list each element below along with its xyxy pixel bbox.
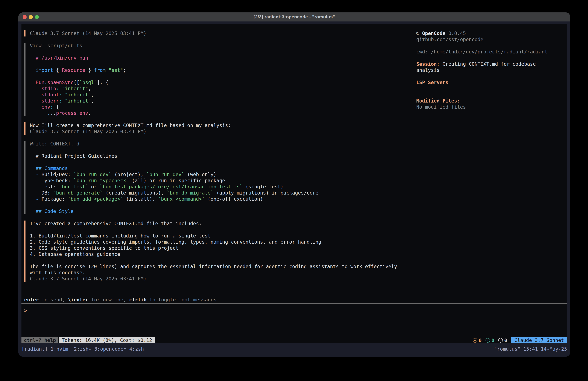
text-line: 3. CSS styling conventions specific to t… — [30, 245, 397, 251]
text-line — [30, 49, 397, 55]
prompt-indicator: > — [24, 308, 27, 313]
window-title: [2/3] radiant:3:opencode - "romulus" — [253, 14, 335, 20]
help-shortcut-chip: ctrl+? help — [21, 337, 58, 343]
warning-icon: w — [473, 338, 477, 343]
text-line: Write: CONTEXT.md — [30, 141, 397, 147]
text-line: import { Resource } from "sst"; — [30, 67, 397, 73]
info-count: i 0 — [485, 337, 494, 343]
text-line: ## Code Style — [30, 208, 397, 214]
text-line — [30, 257, 397, 264]
titlebar: [2/3] radiant:3:opencode - "romulus" — [18, 12, 570, 22]
text-line: - Build/Dev: `bun run dev` (project), `b… — [30, 171, 397, 178]
traffic-lights — [22, 12, 39, 22]
text-line — [30, 202, 397, 208]
minimize-button[interactable] — [29, 15, 33, 19]
text-line: stdin: "inherit", — [30, 86, 397, 92]
terminal-window: [2/3] radiant:3:opencode - "romulus" Cla… — [18, 12, 570, 357]
text-line: - Package: `bun add <package>` (install)… — [30, 196, 397, 202]
text-line: analysis — [416, 67, 547, 73]
text-line: cwd: /home/thdxr/dev/projects/radiant/ra… — [416, 49, 547, 55]
text-line: Claude 3.7 Sonnet (14 May 2025 03:41 PM) — [30, 30, 397, 37]
model-badge: Claude 3.7 Sonnet — [511, 337, 567, 343]
status-bar: ctrl+? help Tokens: 16.4K (8%), Cost: $0… — [21, 337, 567, 343]
text-line: - Test: `bun test` or `bun test packages… — [30, 184, 397, 190]
text-line — [30, 227, 397, 233]
tmux-window-list[interactable]: [radiant] 1:nvim 2:zsh- 3:opencode* 4:zs… — [21, 346, 144, 352]
text-line: - DB: `bun db generate` (create migratio… — [30, 190, 397, 196]
text-line: stdout: "inherit", — [30, 92, 397, 98]
text-line — [30, 147, 397, 153]
text-line: View: script/db.ts — [30, 43, 397, 49]
hint-count: h 0 — [498, 337, 507, 343]
diagnostics: w 0 i 0 h 0 — [473, 337, 507, 343]
text-line: Now I'll create a comprehensive CONTEXT.… — [30, 122, 397, 129]
text-line: Claude 3.7 Sonnet (14 May 2025 03:41 PM) — [30, 276, 397, 282]
chat-log: Claude 3.7 Sonnet (14 May 2025 03:41 PM)… — [24, 30, 397, 288]
message-input[interactable]: > — [24, 308, 562, 336]
input-divider — [21, 303, 567, 304]
warning-count: w 0 — [473, 337, 482, 343]
info-sidebar: © OpenCode 0.0.45github.com/sst/opencode… — [416, 30, 547, 110]
text-line — [30, 73, 397, 79]
tool-call-view-block: View: script/db.ts #!/usr/bin/env bun im… — [24, 43, 397, 116]
text-line: Session: Creating CONTEXT.md for codebas… — [416, 61, 547, 67]
tool-call-write-block: Write: CONTEXT.md # Radiant Project Guid… — [24, 141, 397, 214]
text-line — [416, 92, 547, 98]
text-line: 2. Code style guidelines covering import… — [30, 239, 397, 245]
text-line: The file is concise (20 lines) and captu… — [30, 264, 397, 269]
keybinding-help: enter to send, \+enter for newline, ctrl… — [24, 297, 216, 303]
text-line: #!/usr/bin/env bun — [30, 55, 397, 61]
opencode-app: Claude 3.7 Sonnet (14 May 2025 03:41 PM)… — [21, 24, 567, 343]
assistant-header-block: Claude 3.7 Sonnet (14 May 2025 03:41 PM) — [24, 30, 397, 37]
close-button[interactable] — [22, 15, 27, 19]
assistant-message-block: Now I'll create a comprehensive CONTEXT.… — [24, 122, 397, 135]
text-line — [416, 86, 547, 92]
text-line — [416, 43, 547, 49]
tmux-session-clock: "romulus" 15:41 14-May-25 — [494, 346, 567, 352]
tokens-cost-chip: Tokens: 16.4K (8%), Cost: $0.12 — [59, 337, 155, 343]
text-line: env: { — [30, 104, 397, 110]
text-line: enter to send, \+enter for newline, ctrl… — [24, 297, 216, 303]
text-line: stderr: "inherit", — [30, 98, 397, 104]
tmux-status-bar: [radiant] 1:nvim 2:zsh- 3:opencode* 4:zs… — [21, 346, 567, 352]
assistant-message-block: I've created a comprehensive CONTEXT.md … — [24, 221, 397, 282]
text-line: # Radiant Project Guidelines — [30, 153, 397, 159]
text-line: ...process.env, — [30, 110, 397, 116]
hint-icon: h — [498, 338, 503, 343]
text-line: No modified files — [416, 104, 547, 110]
text-line — [416, 55, 547, 61]
text-line: I've created a comprehensive CONTEXT.md … — [30, 221, 397, 227]
terminal-body: Claude 3.7 Sonnet (14 May 2025 03:41 PM)… — [18, 22, 570, 357]
text-line: Modified Files: — [416, 98, 547, 104]
text-line: LSP Servers — [416, 79, 547, 86]
text-line: 4. Database operations guidance — [30, 251, 397, 257]
zoom-button[interactable] — [35, 15, 39, 19]
text-line: with this codebase. — [30, 269, 397, 276]
text-line — [30, 61, 397, 67]
text-line: ## Commands — [30, 165, 397, 171]
text-line: github.com/sst/opencode — [416, 37, 547, 43]
text-line: © OpenCode 0.0.45 — [416, 30, 547, 37]
text-line — [30, 159, 397, 165]
text-line — [416, 73, 547, 79]
info-icon: i — [485, 338, 490, 343]
text-line: Bun.spawnSync([`psql`], { — [30, 79, 397, 86]
text-line: - TypeCheck: `bun run typecheck` (all) o… — [30, 178, 397, 184]
text-line: Claude 3.7 Sonnet (14 May 2025 03:41 PM) — [30, 129, 397, 135]
text-line: 1. Build/lint/test commands including ho… — [30, 233, 397, 239]
